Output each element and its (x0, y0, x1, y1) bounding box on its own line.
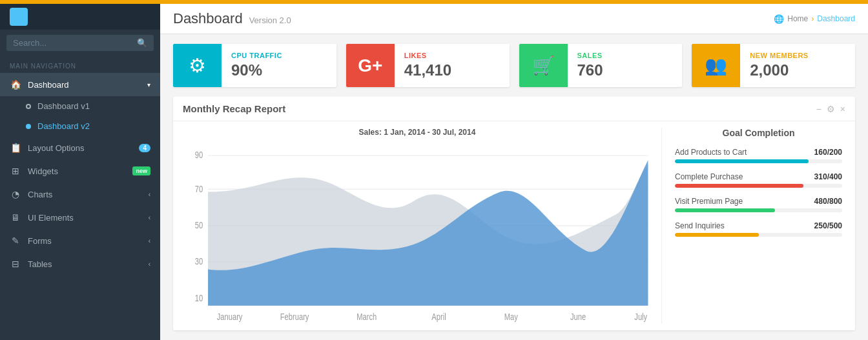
goal-item-premium-header: Visit Premium Page 480/800 (675, 197, 842, 206)
widgets-icon: ⊞ (10, 166, 21, 176)
goal-item-cart-value: 160/200 (814, 148, 842, 157)
stat-icon-area-sales: 🛒 (519, 44, 568, 87)
sidebar-item-dashboard-label: Dashboard (28, 80, 69, 90)
panel-header: Monthly Recap Report − ⚙ × (173, 97, 855, 121)
stat-info-likes: LIKES 41,410 (395, 44, 510, 87)
goal-completion-title: Goal Completion (675, 128, 842, 138)
sidebar-item-charts[interactable]: ◔ Charts ‹ (0, 183, 160, 206)
goal-item-premium: Visit Premium Page 480/800 (675, 197, 842, 212)
dashboard-icon: 🏠 (10, 79, 21, 90)
goal-item-cart: Add Products to Cart 160/200 (675, 148, 842, 163)
sidebar-item-layout-options[interactable]: 📋 Layout Options 4 (0, 136, 160, 159)
goal-item-inquiries-value: 250/500 (814, 221, 842, 230)
charts-icon: ◔ (10, 189, 21, 199)
logo-icon (10, 8, 28, 26)
goal-item-inquiries-bar-fill (675, 233, 759, 237)
goal-item-inquiries: Send Inquiries 250/500 (675, 221, 842, 237)
settings-button[interactable]: ⚙ (827, 104, 835, 114)
goal-item-purchase-label: Complete Purchase (675, 172, 743, 181)
content-area: Monthly Recap Report − ⚙ × Sales: 1 Jan,… (160, 97, 868, 340)
goal-item-purchase-bar-bg (675, 184, 842, 188)
tables-icon: ⊟ (10, 259, 21, 269)
goal-item-premium-bar-fill (675, 208, 775, 212)
close-button[interactable]: × (840, 104, 845, 114)
stat-card-likes[interactable]: G+ LIKES 41,410 (346, 44, 510, 87)
goal-item-inquiries-header: Send Inquiries 250/500 (675, 221, 842, 230)
ui-chevron-icon: ‹ (149, 214, 150, 221)
stat-label-members: NEW MEMBERS (750, 52, 845, 59)
breadcrumb-current: Dashboard (817, 14, 855, 23)
page-version: Version 2.0 (249, 15, 291, 25)
breadcrumb-home[interactable]: Home (787, 14, 808, 23)
goal-item-cart-header: Add Products to Cart 160/200 (675, 148, 842, 157)
stat-info-members: NEW MEMBERS 2,000 (740, 44, 855, 87)
goal-item-cart-bar-bg (675, 159, 842, 163)
forms-chevron-icon: ‹ (149, 237, 150, 245)
stat-info-sales: SALES 760 (568, 44, 683, 87)
monthly-recap-panel: Monthly Recap Report − ⚙ × Sales: 1 Jan,… (173, 97, 855, 330)
svg-text:70: 70 (195, 183, 203, 194)
sub-bullet-v1 (26, 104, 31, 109)
stat-info-cpu: CPU TRAFFIC 90% (222, 44, 336, 87)
stat-value-cpu: 90% (231, 61, 327, 79)
stat-value-likes: 41,410 (404, 61, 500, 79)
tables-chevron-icon: ‹ (149, 261, 150, 268)
sidebar: 🔍 MAIN NAVIGATION 🏠 Dashboard ▾ Dashboar… (0, 4, 160, 340)
stat-card-sales[interactable]: 🛒 SALES 760 (519, 44, 683, 87)
chart-area: Sales: 1 Jan, 2014 - 30 Jul, 2014 90 70 … (173, 128, 661, 324)
svg-text:June: June (570, 312, 586, 323)
charts-chevron-icon: ‹ (149, 191, 150, 198)
nav-section-label: MAIN NAVIGATION (0, 56, 160, 73)
stat-value-sales: 760 (577, 61, 673, 79)
svg-text:90: 90 (195, 150, 203, 161)
stat-icon-area-cpu: ⚙ (173, 44, 222, 87)
svg-text:10: 10 (195, 292, 203, 303)
stat-card-members[interactable]: 👥 NEW MEMBERS 2,000 (692, 44, 855, 87)
home-icon: 🌐 (774, 14, 784, 24)
sidebar-item-tables-label: Tables (28, 259, 52, 269)
sidebar-item-dashboard-v2[interactable]: Dashboard v2 (0, 116, 160, 136)
minimize-button[interactable]: − (816, 104, 822, 114)
forms-icon: ✎ (10, 235, 21, 246)
sidebar-item-ui-elements[interactable]: 🖥 UI Elements ‹ (0, 206, 160, 229)
sidebar-item-charts-label: Charts (28, 190, 52, 199)
chart-svg-wrapper: 90 70 50 30 10 (183, 142, 652, 324)
svg-text:50: 50 (195, 220, 203, 231)
chevron-down-icon: ▾ (147, 81, 150, 88)
stat-icon-area-members: 👥 (692, 44, 740, 87)
ui-icon: 🖥 (10, 212, 21, 223)
sub-bullet-v2 (26, 124, 31, 129)
sidebar-item-dashboard-v1-label: Dashboard v1 (37, 101, 90, 111)
search-icon: 🔍 (137, 38, 147, 48)
page-header: Dashboard Version 2.0 🌐 Home › Dashboard (160, 4, 868, 34)
sidebar-item-tables[interactable]: ⊟ Tables ‹ (0, 252, 160, 275)
search-box[interactable]: 🔍 (6, 35, 154, 51)
svg-text:March: March (356, 312, 377, 323)
svg-text:May: May (504, 312, 519, 323)
widgets-new-badge: new (132, 166, 150, 175)
chart-svg: 90 70 50 30 10 (183, 142, 652, 324)
stat-icon-area-likes: G+ (346, 44, 395, 87)
cpu-icon: ⚙ (189, 54, 206, 77)
layout-badge: 4 (139, 144, 150, 152)
stat-card-cpu[interactable]: ⚙ CPU TRAFFIC 90% (173, 44, 336, 87)
search-input[interactable] (13, 38, 137, 48)
sidebar-item-widgets[interactable]: ⊞ Widgets new (0, 159, 160, 183)
stat-label-cpu: CPU TRAFFIC (231, 52, 327, 59)
sidebar-logo (0, 4, 160, 30)
goal-item-purchase-value: 310/400 (814, 172, 842, 181)
goal-item-cart-bar-fill (675, 159, 809, 163)
goal-item-purchase-header: Complete Purchase 310/400 (675, 172, 842, 181)
sidebar-item-forms-label: Forms (28, 236, 52, 246)
panel-title: Monthly Recap Report (183, 103, 285, 114)
goal-item-inquiries-label: Send Inquiries (675, 221, 725, 230)
sidebar-item-dashboard-v1[interactable]: Dashboard v1 (0, 96, 160, 116)
sidebar-item-forms[interactable]: ✎ Forms ‹ (0, 229, 160, 252)
goal-completion-area: Goal Completion Add Products to Cart 160… (661, 128, 855, 324)
goal-item-purchase: Complete Purchase 310/400 (675, 172, 842, 188)
sidebar-item-layout-options-label: Layout Options (28, 143, 84, 153)
goal-item-inquiries-bar-bg (675, 233, 842, 237)
breadcrumb: 🌐 Home › Dashboard (774, 14, 855, 24)
sidebar-item-dashboard[interactable]: 🏠 Dashboard ▾ (0, 73, 160, 96)
sidebar-item-dashboard-v2-label: Dashboard v2 (37, 121, 90, 131)
